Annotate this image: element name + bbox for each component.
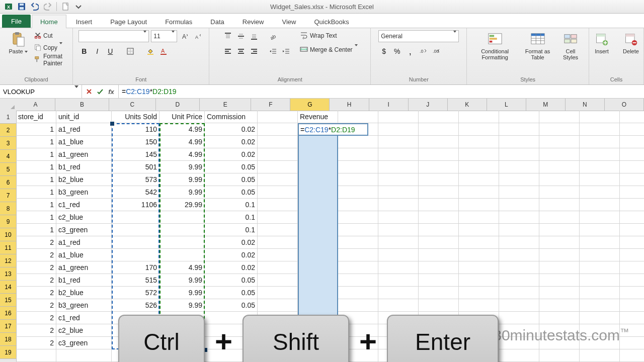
cell-O5[interactable] <box>620 161 644 173</box>
cell-E20[interactable] <box>205 349 258 362</box>
cell-J2[interactable] <box>419 123 459 136</box>
cell-B5[interactable]: b1_red <box>56 161 112 173</box>
cell-E6[interactable]: 0.05 <box>205 173 258 186</box>
decrease-decimal-icon[interactable]: .00 <box>431 46 442 57</box>
cell-A16[interactable]: 2 <box>16 299 56 312</box>
cell-J12[interactable] <box>419 249 459 261</box>
cell-E14[interactable]: 0.05 <box>205 274 258 287</box>
cell-C18[interactable]: 1198 <box>112 324 159 337</box>
row-header-8[interactable]: 8 <box>0 202 17 215</box>
cell-K6[interactable] <box>459 173 499 186</box>
cell-B15[interactable]: b2_blue <box>56 287 112 299</box>
cell-L7[interactable] <box>499 186 539 199</box>
paste-button[interactable]: Paste <box>5 30 31 55</box>
delete-cells-button[interactable]: Delete <box>618 30 644 55</box>
format-painter-button[interactable]: Format Painter <box>34 54 67 65</box>
cell-H5[interactable] <box>338 161 378 173</box>
cell-A10[interactable]: 1 <box>16 224 56 236</box>
cell-O13[interactable] <box>620 261 644 274</box>
cell-K11[interactable] <box>459 236 499 249</box>
cell-E12[interactable]: 0.02 <box>205 249 258 261</box>
cell-I4[interactable] <box>378 148 419 161</box>
cell-D12[interactable] <box>159 249 205 261</box>
cell-C14[interactable]: 515 <box>112 274 159 287</box>
cell-L12[interactable] <box>499 249 539 261</box>
col-header-L[interactable]: L <box>487 99 526 111</box>
cell-H10[interactable] <box>338 224 378 236</box>
qat-customize-icon[interactable] <box>73 1 84 12</box>
cell-E19[interactable]: 0.1 <box>205 337 258 349</box>
cell-N13[interactable] <box>580 261 620 274</box>
cell-C20[interactable] <box>112 349 159 362</box>
cell-N5[interactable] <box>580 161 620 173</box>
cell-N16[interactable] <box>580 299 620 312</box>
cell-D8[interactable]: 29.99 <box>159 199 205 211</box>
cell-N6[interactable] <box>580 173 620 186</box>
cell-I12[interactable] <box>378 249 419 261</box>
cell-C7[interactable]: 542 <box>112 186 159 199</box>
cell-J11[interactable] <box>419 236 459 249</box>
cell-C19[interactable]: 1148 <box>112 337 159 349</box>
cell-N17[interactable] <box>580 312 620 324</box>
currency-icon[interactable]: $ <box>378 46 389 57</box>
cell-B3[interactable]: a1_blue <box>56 136 112 148</box>
tab-home[interactable]: Home <box>32 15 66 28</box>
format-as-table-button[interactable]: Format as Table <box>521 30 554 61</box>
cell-J17[interactable] <box>419 312 459 324</box>
row-header-15[interactable]: 15 <box>0 294 17 307</box>
cell-O6[interactable] <box>620 173 644 186</box>
cell-B7[interactable]: b3_green <box>56 186 112 199</box>
cell-F3[interactable] <box>258 136 298 148</box>
cell-A12[interactable]: 2 <box>16 249 56 261</box>
cell-N12[interactable] <box>580 249 620 261</box>
cell-F8[interactable] <box>258 199 298 211</box>
col-header-B[interactable]: B <box>55 99 109 111</box>
cell-A4[interactable]: 1 <box>16 148 56 161</box>
col-header-E[interactable]: E <box>200 99 251 111</box>
cell-A20[interactable] <box>16 349 56 362</box>
editing-cell[interactable]: =C2:C19*D2:D19 <box>298 123 368 136</box>
cell-L11[interactable] <box>499 236 539 249</box>
number-format-combo[interactable]: General <box>378 30 459 42</box>
cell-A6[interactable]: 1 <box>16 173 56 186</box>
cell-L14[interactable] <box>499 274 539 287</box>
row-header-12[interactable]: 12 <box>0 254 17 267</box>
cell-M2[interactable] <box>539 123 580 136</box>
cell-F2[interactable] <box>258 123 298 136</box>
cell-M9[interactable] <box>539 211 580 224</box>
cell-I8[interactable] <box>378 199 419 211</box>
cell-E18[interactable]: 0.1 <box>205 324 258 337</box>
row-header-3[interactable]: 3 <box>0 137 17 150</box>
cell-B1[interactable]: unit_id <box>56 111 112 123</box>
cell-B4[interactable]: a1_green <box>56 148 112 161</box>
cell-J8[interactable] <box>419 199 459 211</box>
cell-G18[interactable] <box>298 324 338 337</box>
cell-J14[interactable] <box>419 274 459 287</box>
col-header-A[interactable]: A <box>16 99 55 111</box>
cell-N10[interactable] <box>580 224 620 236</box>
cell-H1[interactable] <box>338 111 378 123</box>
percent-icon[interactable]: % <box>391 46 403 57</box>
cell-L8[interactable] <box>499 199 539 211</box>
cell-F6[interactable] <box>258 173 298 186</box>
cell-C17[interactable]: 1015 <box>112 312 159 324</box>
cell-G20[interactable] <box>298 349 338 362</box>
col-header-N[interactable]: N <box>566 99 605 111</box>
col-header-C[interactable]: C <box>109 99 156 111</box>
cell-K8[interactable] <box>459 199 499 211</box>
cell-K1[interactable] <box>459 111 499 123</box>
cell-I15[interactable] <box>378 287 419 299</box>
cell-I6[interactable] <box>378 173 419 186</box>
cell-N8[interactable] <box>580 199 620 211</box>
row-header-7[interactable]: 7 <box>0 189 17 202</box>
cell-M1[interactable] <box>539 111 580 123</box>
cell-M11[interactable] <box>539 236 580 249</box>
tab-data[interactable]: Data <box>202 15 232 28</box>
font-color-button[interactable]: A <box>158 46 169 57</box>
insert-cells-button[interactable]: Insert <box>589 30 615 55</box>
cell-F16[interactable] <box>258 299 298 312</box>
row-header-14[interactable]: 14 <box>0 281 17 294</box>
cell-C6[interactable]: 573 <box>112 173 159 186</box>
cell-F12[interactable] <box>258 249 298 261</box>
excel-icon[interactable]: X <box>3 1 14 12</box>
